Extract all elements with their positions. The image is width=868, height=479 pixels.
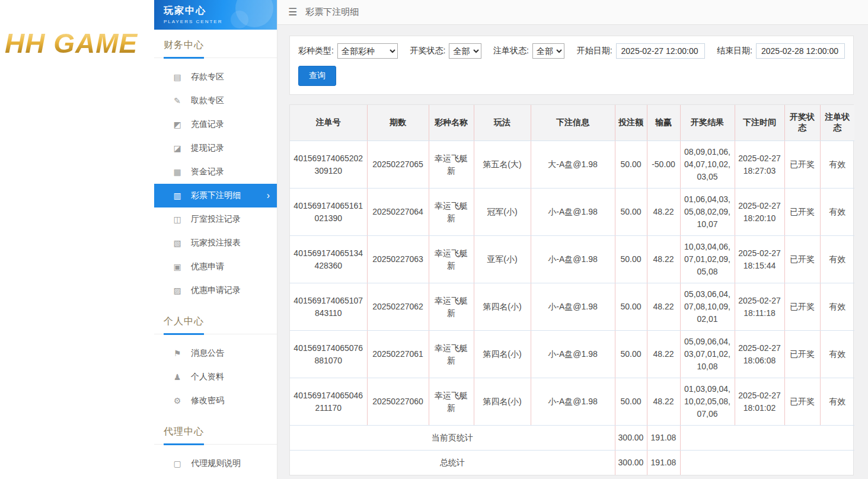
sidebar-item[interactable]: ◰代理团队统计 [154, 475, 277, 479]
sidebar-item[interactable]: ▨优惠申请记录 [154, 279, 277, 302]
table-cell: 10,03,04,06,07,01,02,09,05,08 [680, 236, 735, 283]
table-cell: 01,06,04,03,05,08,02,09,10,07 [680, 189, 735, 236]
table-cell: 20250227064 [367, 189, 429, 236]
section-title: 代理中心 [154, 416, 277, 445]
table-cell: 401569174065107843110 [290, 283, 367, 331]
summary-label: 当前页统计 [290, 426, 615, 451]
lottery-type-select[interactable]: 全部彩种 [337, 43, 398, 59]
page: HH GAME 玩家中心 PLAYERS CENTER 财务中心▤存款专区✎取款… [0, 0, 868, 479]
table-cell: -50.00 [647, 141, 680, 189]
table-cell: 第四名(小) [474, 283, 531, 331]
table-cell: 05,09,06,04,03,07,01,02,10,08 [680, 331, 735, 378]
menu-list: ⚑消息公告♟个人资料⚙修改密码 [154, 334, 277, 416]
table-cell: 05,03,06,04,07,08,10,09,02,01 [680, 283, 735, 331]
table-row: 40156917406507688107020250227061幸运飞艇新第四名… [290, 331, 854, 378]
table-cell: 2025-02-27 18:06:08 [735, 331, 784, 378]
bet-table-card: 注单号期数彩种名称玩法下注信息投注额输赢开奖结果下注时间开奖状态注单状态 401… [289, 104, 854, 475]
promo-apply-icon: ▣ [172, 262, 183, 272]
table-cell: 48.22 [647, 331, 680, 378]
column-header: 彩种名称 [429, 105, 474, 141]
lottery-type-label: 彩种类型: [298, 46, 334, 56]
table-cell: 幸运飞艇新 [429, 378, 474, 426]
sidebar-item[interactable]: ✎取款专区 [154, 89, 277, 113]
sidebar-item-label: 玩家投注报表 [191, 238, 241, 248]
table-row: 40156917406510784311020250227062幸运飞艇新第四名… [290, 283, 854, 331]
table-cell: 50.00 [615, 189, 647, 236]
agent-rules-icon: ▢ [172, 459, 183, 468]
cashout-record-icon: ◪ [172, 143, 183, 153]
main-area: ☰ 彩票下注明细 彩种类型: 全部彩种 开奖状态: 全部 注单状态: [277, 0, 868, 479]
table-cell: 08,09,01,06,04,07,10,02,03,05 [680, 141, 735, 189]
table-cell: 401569174065134428360 [290, 236, 367, 283]
table-cell: 有效 [820, 141, 854, 189]
sidebar-item-label: 彩票下注明细 [191, 190, 241, 201]
summary-bet-total: 300.00 [615, 426, 647, 451]
table-cell: 50.00 [615, 378, 647, 426]
table-cell: 第四名(小) [474, 331, 531, 378]
sidebar-item[interactable]: ⚑消息公告 [154, 341, 277, 365]
sidebar-item[interactable]: ▣优惠申请 [154, 255, 277, 279]
sidebar-item[interactable]: ▥彩票下注明细› [154, 184, 277, 207]
table-cell: 有效 [820, 189, 854, 236]
recharge-record-icon: ◩ [172, 120, 183, 129]
table-cell: 2025-02-27 18:27:03 [735, 141, 784, 189]
sidebar: 玩家中心 PLAYERS CENTER 财务中心▤存款专区✎取款专区◩充值记录◪… [154, 0, 277, 479]
sidebar-item-label: 优惠申请记录 [191, 285, 241, 296]
column-header: 下注时间 [735, 105, 784, 141]
sidebar-item[interactable]: ♟个人资料 [154, 365, 277, 389]
sidebar-item[interactable]: ◪提现记录 [154, 136, 277, 160]
search-button[interactable]: 查询 [298, 66, 336, 86]
table-cell: 2025-02-27 18:11:18 [735, 283, 784, 331]
sidebar-header: 玩家中心 PLAYERS CENTER [154, 0, 277, 30]
column-header: 期数 [367, 105, 429, 141]
start-date-label: 开始日期: [577, 46, 612, 56]
table-cell: 第四名(小) [474, 378, 531, 426]
summary-winloss-total: 191.08 [647, 426, 680, 451]
sidebar-item[interactable]: ◩充值记录 [154, 113, 277, 136]
bet-status-select[interactable]: 全部 [532, 43, 564, 59]
table-header-row: 注单号期数彩种名称玩法下注信息投注额输赢开奖结果下注时间开奖状态注单状态 [290, 105, 854, 141]
sidebar-item[interactable]: ▤存款专区 [154, 65, 277, 89]
sidebar-item[interactable]: ⚙修改密码 [154, 389, 277, 413]
filter-panel: 彩种类型: 全部彩种 开奖状态: 全部 注单状态: 全部 开始日期: [289, 36, 854, 95]
sidebar-item[interactable]: ▧玩家投注报表 [154, 231, 277, 255]
table-cell: 20250227063 [367, 236, 429, 283]
sidebar-item-label: 修改密码 [191, 395, 224, 406]
column-header: 开奖结果 [680, 105, 735, 141]
table-cell: 已开奖 [784, 141, 820, 189]
menu-list: ▢代理规则说明◰代理团队统计 [154, 445, 277, 479]
sidebar-item[interactable]: ▢代理规则说明 [154, 452, 277, 475]
sidebar-item-label: 优惠申请 [191, 261, 224, 272]
table-cell: 大-A盘@1.98 [531, 141, 615, 189]
table-cell: 已开奖 [784, 283, 820, 331]
table-cell: 亚军(小) [474, 236, 531, 283]
table-row: 40156917406516102139020250227064幸运飞艇新冠军(… [290, 189, 854, 236]
table-cell: 48.22 [647, 283, 680, 331]
sidebar-item[interactable]: ◫厅室投注记录 [154, 207, 277, 231]
column-header: 注单状态 [820, 105, 854, 141]
topbar: ☰ 彩票下注明细 [277, 0, 868, 25]
summary-bet-total: 300.00 [615, 451, 647, 475]
sidebar-item[interactable]: ▦资金记录 [154, 160, 277, 184]
draw-status-select[interactable]: 全部 [449, 43, 481, 59]
menu-list: ▤存款专区✎取款专区◩充值记录◪提现记录▦资金记录▥彩票下注明细›◫厅室投注记录… [154, 58, 277, 306]
start-date-input[interactable] [616, 43, 705, 59]
decoration-circle-icon [231, 11, 248, 28]
chevron-right-icon: › [267, 190, 270, 201]
end-date-input[interactable] [756, 43, 845, 59]
withdraw-icon: ✎ [172, 96, 183, 106]
table-cell: 2025-02-27 18:20:10 [735, 189, 784, 236]
sidebar-item-label: 消息公告 [191, 348, 224, 359]
table-cell: 已开奖 [784, 236, 820, 283]
summary-row: 总统计300.00191.08 [290, 451, 854, 475]
logo-area: HH GAME [0, 0, 154, 479]
table-cell: 50.00 [615, 283, 647, 331]
table-cell: 20250227065 [367, 141, 429, 189]
bet-status-label: 注单状态: [493, 46, 529, 56]
column-header: 输赢 [647, 105, 680, 141]
table-cell: 冠军(小) [474, 189, 531, 236]
menu-toggle-icon[interactable]: ☰ [288, 6, 297, 18]
table-cell: 48.22 [647, 189, 680, 236]
table-cell: 幸运飞艇新 [429, 141, 474, 189]
table-cell: 401569174065046211170 [290, 378, 367, 426]
